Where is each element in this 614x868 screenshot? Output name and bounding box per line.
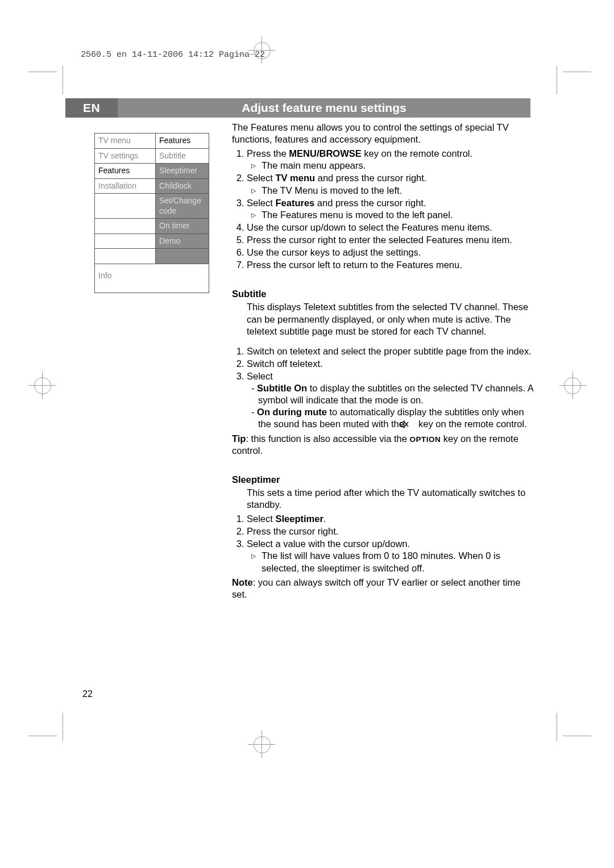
- step-1: Press the MENU/BROWSE key on the remote …: [247, 148, 537, 172]
- menu-right-1: Sleeptimer: [156, 164, 209, 178]
- step-5: Press the cursor right to enter the sele…: [247, 234, 537, 246]
- step-1-sub: The main menu appears.: [251, 160, 537, 172]
- sleeptimer-steps: Select Sleeptimer. Press the cursor righ…: [232, 513, 537, 574]
- intro-text: The Features menu allows you to control …: [232, 122, 537, 145]
- body-content: The Features menu allows you to control …: [232, 122, 537, 603]
- language-code: EN: [65, 98, 118, 118]
- subtitle-step-2: Switch off teletext.: [247, 358, 537, 370]
- step-6: Use the cursor keys to adjust the settin…: [247, 247, 537, 258]
- subtitle-intro: This displays Teletext subtitles from th…: [247, 301, 537, 337]
- menu-left-1: Features: [95, 164, 156, 178]
- page-number: 22: [82, 689, 93, 699]
- svg-marker-0: [400, 421, 404, 428]
- main-steps: Press the MENU/BROWSE key on the remote …: [232, 148, 537, 271]
- menu-left-6: [95, 249, 156, 264]
- tv-menu-diagram: TV menu Features TV settings Subtitle Fe…: [94, 133, 209, 293]
- print-header: 2560.5 en 14-11-2006 14:12 Pagina 22: [81, 50, 265, 60]
- menu-info: Info: [95, 264, 209, 293]
- step-4: Use the cursor up/down to select the Fea…: [247, 222, 537, 233]
- sleeptimer-intro: This sets a time period after which the …: [247, 487, 537, 511]
- menu-left-5: [95, 234, 156, 249]
- page-title: Adjust feature menu settings: [118, 98, 530, 118]
- step-2: Select TV menu and press the cursor righ…: [247, 172, 537, 196]
- sleeptimer-heading: Sleeptimer: [232, 474, 537, 486]
- sleeptimer-step-3: Select a value with the cursor up/down. …: [247, 538, 537, 574]
- menu-col-right-header: Features: [156, 133, 209, 148]
- menu-right-0: Subtitle: [156, 149, 209, 164]
- subtitle-dash-1: - Subtitle On to display the subtitles o…: [250, 382, 537, 406]
- mute-icon: [406, 419, 416, 427]
- menu-right-5: Demo: [156, 234, 209, 249]
- subtitle-step-1: Switch on teletext and select the proper…: [247, 345, 537, 357]
- subtitle-step-3: Select - Subtitle On to display the subt…: [247, 370, 537, 431]
- subtitle-steps: Switch on teletext and select the proper…: [232, 345, 537, 431]
- sleeptimer-step-3-sub: The list will have values from 0 to 180 …: [251, 550, 537, 574]
- menu-left-4: [95, 219, 156, 233]
- menu-left-0: TV settings: [95, 149, 156, 164]
- menu-col-left-header: TV menu: [95, 133, 156, 148]
- sleeptimer-note: Note: you can always switch off your TV …: [232, 577, 537, 600]
- menu-left-3: [95, 194, 156, 218]
- menu-left-2: Installation: [95, 179, 156, 194]
- title-bar: EN Adjust feature menu settings: [65, 98, 530, 118]
- menu-right-6: [156, 249, 209, 264]
- subtitle-tip: Tip: this function is also accessible vi…: [232, 433, 537, 457]
- step-2-sub: The TV Menu is moved to the left.: [251, 185, 537, 197]
- step-3-sub: The Features menu is moved to the left p…: [251, 209, 537, 221]
- step-3: Select Features and press the cursor rig…: [247, 197, 537, 221]
- sleeptimer-step-2: Press the cursor right.: [247, 525, 537, 537]
- menu-right-3: Set/Change code: [156, 194, 209, 218]
- subtitle-dash-2: - On during mute to automatically displa…: [250, 406, 537, 430]
- menu-right-2: Childlock: [156, 179, 209, 194]
- menu-right-4: On timer: [156, 219, 209, 233]
- header-rule: [236, 54, 259, 55]
- subtitle-heading: Subtitle: [232, 288, 537, 300]
- step-7: Press the cursor left to return to the F…: [247, 259, 537, 271]
- sleeptimer-step-1: Select Sleeptimer.: [247, 513, 537, 525]
